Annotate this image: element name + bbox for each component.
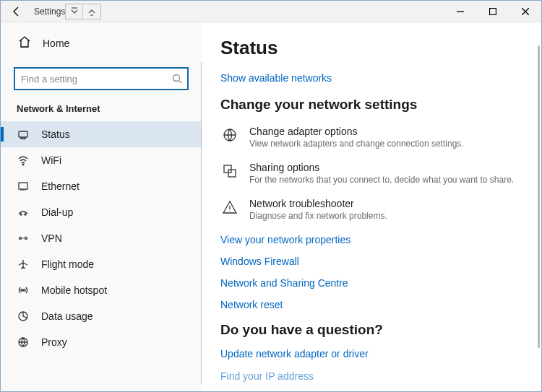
- warning-icon: [220, 198, 239, 221]
- show-networks-link[interactable]: Show available networks: [220, 72, 522, 84]
- sidebar-item-label: Dial-up: [41, 206, 73, 218]
- home-nav[interactable]: Home: [1, 30, 202, 57]
- link-network-reset[interactable]: Network reset: [220, 299, 522, 310]
- sidebar-item-label: Status: [41, 129, 70, 140]
- link-find-ip[interactable]: Find your IP address: [220, 370, 314, 382]
- option-sharing[interactable]: Sharing options For the networks that yo…: [220, 162, 522, 185]
- vpn-icon: [17, 232, 30, 244]
- sidebar-item-dialup[interactable]: Dial-up: [1, 199, 202, 225]
- svg-point-1: [173, 75, 180, 82]
- svg-rect-0: [489, 8, 496, 14]
- option-title: Network troubleshooter: [249, 198, 387, 209]
- sidebar-item-label: Mobile hotspot: [41, 284, 107, 296]
- link-properties[interactable]: View your network properties: [220, 234, 522, 245]
- svg-point-8: [25, 238, 27, 240]
- home-icon: [18, 35, 31, 51]
- page-title: Status: [220, 37, 522, 59]
- sidebar-item-label: Ethernet: [41, 180, 79, 192]
- sidebar-item-label: WiFi: [41, 154, 61, 166]
- sidebar-item-label: Proxy: [41, 336, 67, 348]
- datausage-icon: [17, 310, 30, 322]
- sidebar-item-label: Flight mode: [41, 258, 94, 270]
- link-update-adapter[interactable]: Update network adapter or driver: [220, 348, 522, 360]
- titlebar-extra-1[interactable]: [66, 4, 83, 19]
- option-desc: Diagnose and fix network problems.: [249, 211, 387, 221]
- sidebar-item-wifi[interactable]: WiFi: [1, 147, 202, 173]
- back-button[interactable]: [7, 6, 27, 17]
- option-title: Change adapter options: [249, 126, 464, 137]
- ethernet-icon: [17, 180, 30, 192]
- maximize-button[interactable]: [476, 1, 509, 22]
- window-title: Settings: [34, 6, 65, 17]
- section-header: Network & Internet: [1, 103, 202, 121]
- link-firewall[interactable]: Windows Firewall: [220, 256, 522, 267]
- search-box[interactable]: [14, 67, 189, 90]
- proxy-icon: [17, 336, 30, 348]
- titlebar-extra-2[interactable]: [83, 4, 100, 19]
- sidebar: Home Network & Internet Status WiFi Ethe…: [1, 22, 202, 391]
- dialup-icon: [17, 206, 30, 218]
- svg-point-7: [20, 238, 22, 240]
- search-icon: [167, 74, 187, 84]
- hotspot-icon: [17, 284, 30, 296]
- option-troubleshooter[interactable]: Network troubleshooter Diagnose and fix …: [220, 198, 522, 221]
- titlebar-extra: [65, 4, 101, 19]
- sidebar-item-proxy[interactable]: Proxy: [1, 329, 202, 355]
- sidebar-item-flightmode[interactable]: Flight mode: [1, 251, 202, 277]
- sidebar-item-label: VPN: [41, 232, 62, 244]
- option-desc: View network adapters and change connect…: [249, 139, 464, 149]
- sidebar-item-status[interactable]: Status: [1, 121, 202, 147]
- main-content: Status Show available networks Change yo…: [202, 22, 541, 391]
- svg-rect-13: [224, 165, 231, 173]
- search-input[interactable]: [15, 74, 167, 84]
- svg-point-9: [22, 289, 24, 291]
- change-settings-header: Change your network settings: [220, 97, 522, 113]
- minimize-button[interactable]: [444, 1, 476, 22]
- sharing-icon: [220, 162, 239, 185]
- sidebar-item-label: Data usage: [41, 310, 93, 322]
- svg-point-3: [22, 164, 24, 165]
- sidebar-item-datausage[interactable]: Data usage: [1, 303, 202, 329]
- sidebar-item-vpn[interactable]: VPN: [1, 225, 202, 251]
- sidebar-item-ethernet[interactable]: Ethernet: [1, 173, 202, 199]
- option-title: Sharing options: [249, 162, 514, 173]
- titlebar: Settings: [1, 1, 541, 22]
- question-header: Do you have a question?: [220, 322, 522, 338]
- scrollbar[interactable]: [538, 45, 540, 348]
- globe-icon: [220, 126, 239, 149]
- option-desc: For the networks that you connect to, de…: [249, 175, 514, 185]
- airplane-icon: [17, 258, 30, 270]
- svg-rect-2: [19, 131, 27, 137]
- close-button[interactable]: [509, 1, 541, 22]
- window-controls: [444, 1, 541, 22]
- link-sharing-centre[interactable]: Network and Sharing Centre: [220, 277, 522, 289]
- svg-rect-4: [19, 183, 27, 189]
- wifi-icon: [17, 154, 30, 166]
- svg-point-5: [20, 214, 22, 215]
- home-label: Home: [43, 38, 69, 49]
- svg-point-6: [25, 214, 26, 215]
- sidebar-item-hotspot[interactable]: Mobile hotspot: [1, 277, 202, 303]
- svg-rect-14: [228, 170, 236, 177]
- status-icon: [17, 129, 30, 140]
- option-adapter[interactable]: Change adapter options View network adap…: [220, 126, 522, 149]
